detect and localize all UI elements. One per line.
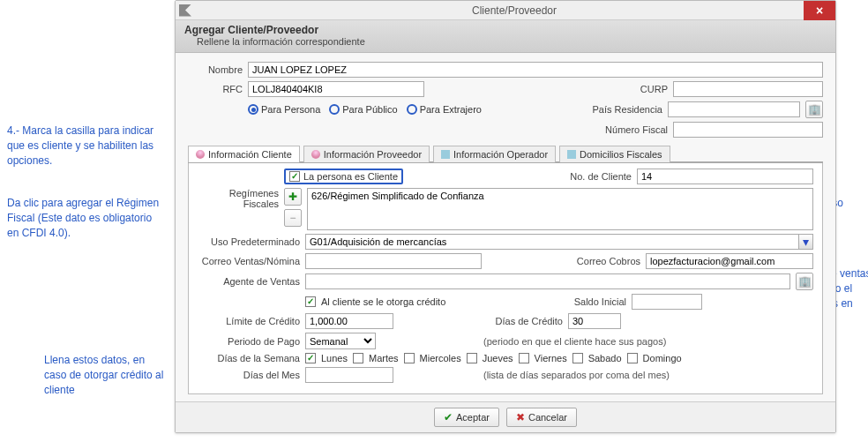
regimenes-label: Regímenes Fiscales [198, 188, 279, 209]
cancelar-button[interactable]: ✖Cancelar [506, 408, 577, 427]
radio-icon [407, 104, 417, 115]
titlebar: Cliente/Proveedor × [176, 1, 835, 20]
chk-viernes[interactable] [519, 353, 529, 363]
radio-extranjero[interactable]: Para Extrajero [407, 104, 482, 115]
dialog-window: Cliente/Proveedor × Agregar Cliente/Prov… [175, 0, 836, 433]
radio-persona[interactable]: Para Persona [248, 104, 320, 115]
minus-icon: − [289, 212, 296, 224]
annotation-regimen: Da clic para agregar el Régimen Fiscal (… [7, 196, 161, 240]
radio-publico[interactable]: Para Público [329, 104, 397, 115]
pais-picker-button[interactable]: 🏢 [805, 101, 823, 118]
dias-credito-input[interactable] [568, 313, 621, 329]
doc-icon [567, 150, 576, 159]
pais-input[interactable] [668, 101, 800, 117]
lbl-viernes: Viernes [535, 353, 567, 363]
numfiscal-label: Número Fiscal [597, 124, 668, 135]
chevron-down-icon: ▾ [803, 235, 809, 249]
dias-mes-label: Días del Mes [198, 370, 300, 380]
chk-martes[interactable] [353, 353, 363, 363]
tab-info-operador[interactable]: Información Operador [433, 146, 556, 162]
close-button[interactable]: × [804, 1, 835, 20]
dialog-footer: ✔Aceptar ✖Cancelar [176, 401, 835, 432]
doc-icon [441, 150, 450, 159]
nombre-input[interactable] [248, 62, 823, 78]
lbl-jueves: Jueves [483, 353, 513, 363]
tabstrip: Información Cliente Información Proveedo… [188, 145, 823, 163]
radio-selected-icon [248, 104, 258, 115]
window-title: Cliente/Proveedor [197, 4, 832, 17]
banner-sub: Rellene la información correspondiente [197, 36, 827, 47]
radio-icon [329, 104, 340, 115]
correo-ventas-label: Correo Ventas/Nómina [198, 256, 300, 266]
chk-jueves[interactable] [467, 353, 477, 363]
nombre-label: Nombre [188, 64, 243, 75]
lbl-sabado: Sabado [588, 353, 622, 363]
agente-picker-button[interactable]: 🏢 [796, 273, 813, 290]
tab-info-proveedor[interactable]: Información Proveedor [303, 146, 430, 162]
tab-info-cliente[interactable]: Información Cliente [188, 146, 300, 162]
chk-lunes[interactable] [305, 353, 316, 363]
person-type-radio-group: Para Persona Para Público Para Extrajero [248, 104, 482, 115]
periodo-select[interactable]: Semanal [305, 333, 376, 349]
cancel-icon: ✖ [516, 411, 525, 423]
lbl-miercoles: Miercoles [420, 353, 461, 363]
lbl-martes: Martes [369, 353, 399, 363]
agente-input[interactable] [305, 273, 790, 289]
correo-cobros-label: Correo Cobros [570, 256, 640, 266]
uso-label: Uso Predeterminado [198, 236, 300, 247]
annotation-4: 4.- Marca la casilla para indicar que es… [7, 124, 161, 168]
dias-credito-label: Días de Crédito [483, 316, 563, 326]
banner-heading: Agregar Cliente/Proveedor [184, 24, 827, 36]
curp-input[interactable] [673, 81, 823, 97]
es-cliente-label: La persona es Cliente [303, 171, 398, 182]
numfiscal-input[interactable] [673, 122, 823, 138]
periodo-label: Periodo de Pago [198, 336, 300, 347]
es-cliente-highlight: La persona es Cliente [284, 169, 403, 184]
pais-label: País Residencia [592, 104, 662, 115]
plus-icon: ✚ [288, 191, 297, 203]
rfc-input[interactable] [248, 81, 424, 97]
dias-mes-input[interactable] [305, 367, 393, 383]
app-icon [179, 4, 191, 17]
annotation-credito: Llena estos datos, en caso de otorgar cr… [44, 353, 168, 397]
agente-label: Agente de Ventas [198, 276, 300, 287]
periodo-hint: (periodo en que el cliente hace sus pago… [483, 336, 666, 347]
banner: Agregar Cliente/Proveedor Rellene la inf… [176, 20, 835, 53]
add-regimen-button[interactable]: ✚ [284, 188, 302, 206]
chk-sabado[interactable] [572, 353, 583, 363]
es-cliente-checkbox[interactable] [289, 171, 300, 182]
otorga-credito-label: Al cliente se le otorga crédito [321, 296, 445, 307]
uso-dropdown-button[interactable]: ▾ [799, 234, 813, 250]
lbl-lunes: Lunes [321, 353, 348, 363]
no-cliente-input[interactable] [637, 169, 813, 184]
lbl-domingo: Domingo [643, 353, 682, 363]
person-icon [311, 150, 320, 159]
regimenes-list[interactable]: 626/Régimen Simplificado de Confianza [307, 188, 813, 230]
building-icon: 🏢 [808, 103, 821, 116]
tab-body-cliente: La persona es Cliente No. de Cliente Reg… [188, 163, 823, 394]
rfc-label: RFC [188, 84, 243, 94]
tab-domicilios[interactable]: Domicilios Fiscales [559, 146, 670, 162]
saldo-inicial-input[interactable] [632, 294, 702, 310]
otorga-credito-checkbox[interactable] [305, 296, 316, 307]
saldo-inicial-label: Saldo Inicial [556, 296, 626, 307]
remove-regimen-button[interactable]: − [284, 209, 302, 227]
aceptar-button[interactable]: ✔Aceptar [434, 408, 499, 427]
limite-credito-label: Límite de Crédito [198, 316, 300, 326]
correo-ventas-input[interactable] [305, 253, 482, 269]
dias-semana-label: Días de la Semana [198, 353, 300, 363]
limite-credito-input[interactable] [305, 313, 393, 329]
chk-miercoles[interactable] [404, 353, 415, 363]
uso-predeterminado-input[interactable] [305, 234, 799, 250]
correo-cobros-input[interactable] [646, 253, 813, 269]
curp-label: CURP [597, 84, 668, 94]
person-icon [196, 150, 205, 159]
dias-mes-hint: (lista de días separados por coma del me… [483, 370, 670, 380]
no-cliente-label: No. de Cliente [561, 171, 632, 182]
building-icon: 🏢 [798, 275, 812, 288]
chk-domingo[interactable] [627, 353, 638, 363]
check-icon: ✔ [444, 411, 453, 423]
